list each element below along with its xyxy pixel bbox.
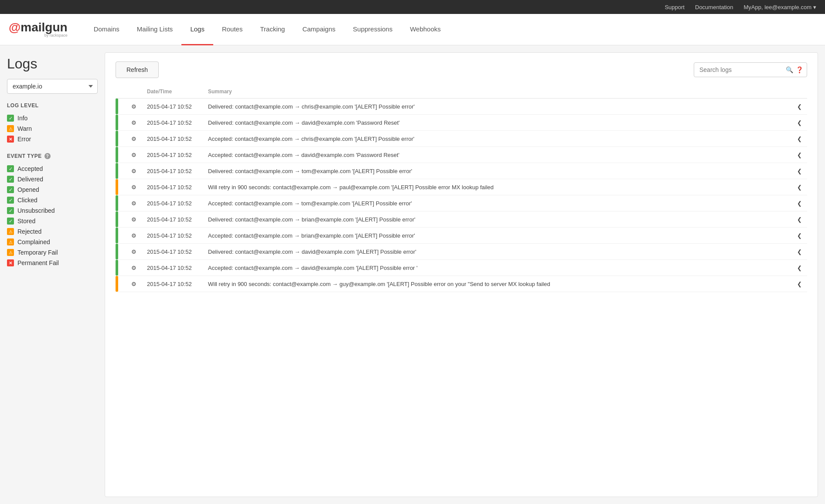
chevron-cell[interactable]: ❮ — [792, 228, 807, 244]
filter-clicked[interactable]: Clicked — [7, 195, 98, 205]
sidebar: Logs example.io LOG LEVEL Info Warn Erro… — [0, 45, 105, 504]
chevron-cell[interactable]: ❮ — [792, 276, 807, 292]
filter-unsubscribed[interactable]: Unsubscribed — [7, 205, 98, 216]
nav-item-mailing-lists[interactable]: Mailing Lists — [128, 14, 182, 45]
gear-cell[interactable]: ⚙ — [126, 211, 142, 228]
gear-cell[interactable]: ⚙ — [126, 260, 142, 276]
row-indicator-bar — [116, 179, 118, 195]
col-chevron — [792, 85, 807, 99]
gear-cell[interactable]: ⚙ — [126, 163, 142, 179]
chevron-cell[interactable]: ❮ — [792, 147, 807, 163]
user-chevron-icon: ▾ — [813, 4, 816, 10]
filter-info-label: Info — [17, 115, 27, 122]
gear-cell[interactable]: ⚙ — [126, 244, 142, 260]
filter-opened[interactable]: Opened — [7, 184, 98, 195]
gear-cell[interactable]: ⚙ — [126, 195, 142, 211]
summary-cell: Will retry in 900 seconds: contact@examp… — [203, 179, 792, 195]
table-row: ⚙ 2015-04-17 10:52 Will retry in 900 sec… — [116, 179, 807, 195]
filter-temporary-fail-label: Temporary Fail — [17, 249, 58, 256]
filter-permanent-fail[interactable]: Permanent Fail — [7, 258, 98, 268]
row-indicator-cell — [116, 163, 126, 179]
checkbox-error-icon — [7, 136, 14, 143]
gear-cell[interactable]: ⚙ — [126, 228, 142, 244]
chevron-cell[interactable]: ❮ — [792, 115, 807, 131]
gear-cell[interactable]: ⚙ — [126, 147, 142, 163]
search-icon: 🔍 — [786, 66, 793, 73]
filter-temporary-fail[interactable]: Temporary Fail — [7, 247, 98, 258]
event-type-help-icon[interactable]: ? — [44, 153, 51, 159]
support-link[interactable]: Support — [665, 4, 685, 10]
gear-cell[interactable]: ⚙ — [126, 131, 142, 147]
chevron-cell[interactable]: ❮ — [792, 179, 807, 195]
nav-item-routes[interactable]: Routes — [213, 14, 252, 45]
datetime-cell: 2015-04-17 10:52 — [142, 115, 203, 131]
page-title: Logs — [7, 56, 98, 72]
summary-cell: Accepted: contact@example.com → david@ex… — [203, 147, 792, 163]
toolbar: Refresh 🔍 ❓ — [116, 61, 807, 78]
datetime-cell: 2015-04-17 10:52 — [142, 244, 203, 260]
refresh-button[interactable]: Refresh — [116, 61, 159, 78]
row-indicator-bar — [116, 211, 118, 227]
event-type-title: EVENT TYPE ? — [7, 153, 98, 159]
row-indicator-cell — [116, 211, 126, 228]
filter-accepted-label: Accepted — [17, 165, 43, 172]
col-datetime: Date/Time — [142, 85, 203, 99]
filter-error-label: Error — [17, 136, 31, 143]
table-row: ⚙ 2015-04-17 10:52 Accepted: contact@exa… — [116, 228, 807, 244]
filter-permanent-fail-label: Permanent Fail — [17, 259, 59, 266]
filter-warn[interactable]: Warn — [7, 123, 98, 134]
gear-cell[interactable]: ⚙ — [126, 115, 142, 131]
summary-cell: Delivered: contact@example.com → david@e… — [203, 244, 792, 260]
chevron-cell[interactable]: ❮ — [792, 131, 807, 147]
filter-unsubscribed-label: Unsubscribed — [17, 207, 55, 214]
filter-stored[interactable]: Stored — [7, 216, 98, 226]
documentation-link[interactable]: Documentation — [695, 4, 733, 10]
search-input[interactable] — [698, 63, 783, 77]
chevron-cell[interactable]: ❮ — [792, 211, 807, 228]
nav-item-domains[interactable]: Domains — [85, 14, 128, 45]
filter-clicked-label: Clicked — [17, 197, 38, 204]
checkbox-complained-icon — [7, 238, 14, 245]
filter-complained-label: Complained — [17, 238, 50, 245]
gear-cell[interactable]: ⚙ — [126, 99, 142, 115]
chevron-cell[interactable]: ❮ — [792, 260, 807, 276]
summary-cell: Delivered: contact@example.com → brian@e… — [203, 211, 792, 228]
chevron-cell[interactable]: ❮ — [792, 99, 807, 115]
summary-cell: Delivered: contact@example.com → chris@e… — [203, 99, 792, 115]
table-row: ⚙ 2015-04-17 10:52 Will retry in 900 sec… — [116, 276, 807, 292]
filter-complained[interactable]: Complained — [7, 237, 98, 247]
row-indicator-bar — [116, 276, 118, 292]
checkbox-rejected-icon — [7, 228, 14, 235]
checkbox-opened-icon — [7, 186, 14, 193]
datetime-cell: 2015-04-17 10:52 — [142, 276, 203, 292]
row-indicator-cell — [116, 131, 126, 147]
gear-cell[interactable]: ⚙ — [126, 179, 142, 195]
gear-cell[interactable]: ⚙ — [126, 276, 142, 292]
row-indicator-bar — [116, 195, 118, 211]
nav-item-campaigns[interactable]: Campaigns — [293, 14, 344, 45]
user-menu[interactable]: MyApp, lee@example.com ▾ — [743, 4, 816, 10]
chevron-cell[interactable]: ❮ — [792, 163, 807, 179]
checkbox-stored-icon — [7, 218, 14, 225]
domain-select[interactable]: example.io — [7, 79, 98, 94]
chevron-cell[interactable]: ❮ — [792, 195, 807, 211]
col-indicator — [116, 85, 126, 99]
content-area: Refresh 🔍 ❓ Date/Time Summary ⚙ — [105, 52, 818, 497]
search-help-icon[interactable]: ❓ — [796, 66, 803, 73]
nav-item-tracking[interactable]: Tracking — [251, 14, 293, 45]
nav-item-suppressions[interactable]: Suppressions — [344, 14, 401, 45]
row-indicator-cell — [116, 260, 126, 276]
nav-item-webhooks[interactable]: Webhooks — [401, 14, 450, 45]
filter-info[interactable]: Info — [7, 113, 98, 123]
filter-error[interactable]: Error — [7, 134, 98, 144]
summary-cell: Accepted: contact@example.com → chris@ex… — [203, 131, 792, 147]
checkbox-clicked-icon — [7, 197, 14, 204]
table-row: ⚙ 2015-04-17 10:52 Delivered: contact@ex… — [116, 163, 807, 179]
filter-rejected[interactable]: Rejected — [7, 226, 98, 237]
filter-accepted[interactable]: Accepted — [7, 163, 98, 174]
filter-delivered[interactable]: Delivered — [7, 174, 98, 184]
table-row: ⚙ 2015-04-17 10:52 Delivered: contact@ex… — [116, 115, 807, 131]
chevron-cell[interactable]: ❮ — [792, 244, 807, 260]
table-row: ⚙ 2015-04-17 10:52 Accepted: contact@exa… — [116, 147, 807, 163]
nav-item-logs[interactable]: Logs — [181, 14, 213, 45]
